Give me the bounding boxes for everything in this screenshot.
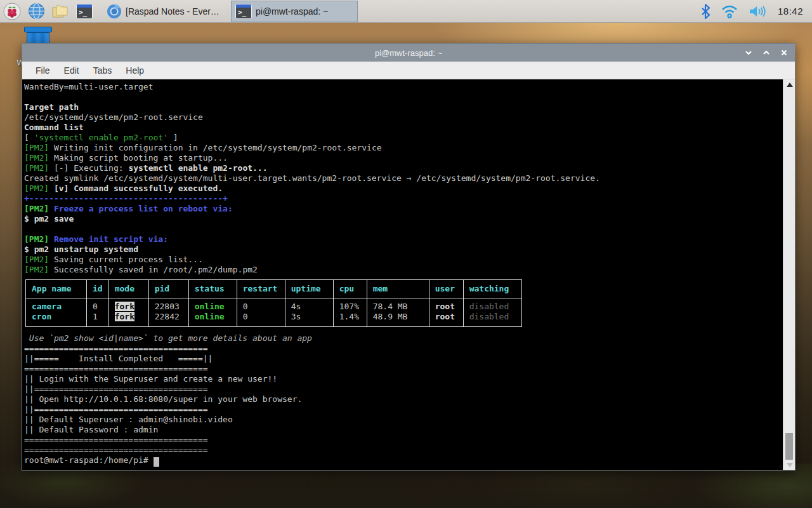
terminal-line: WantedBy=multi-user.target: [24, 82, 783, 92]
terminal-line: =====================================: [24, 435, 783, 445]
table-header: id: [87, 280, 109, 298]
chromium-icon: [107, 4, 122, 19]
terminal-line: || Open http://10.0.1.68:8080/super in y…: [24, 394, 783, 404]
table-header: status: [188, 280, 237, 298]
table-header: mode: [108, 280, 148, 298]
menu-file[interactable]: File: [30, 64, 56, 77]
terminal-line: [PM2] Successfully saved in /root/.pm2/d…: [24, 265, 783, 275]
desktop: Wastebasket pi@mwt-raspad: ~ File Edit T…: [0, 0, 812, 508]
terminal-line: [PM2] Saving current process list...: [24, 255, 783, 265]
scroll-down-button[interactable]: [783, 460, 796, 470]
table-cell: 22842: [148, 312, 188, 327]
terminal-line: || Login with the Superuser and create a…: [24, 374, 783, 384]
terminal-icon: [76, 4, 93, 19]
terminal-line: Use `pm2 show <id|name>` to get more det…: [24, 333, 783, 344]
pm2-process-table: App nameidmodepidstatusrestartuptimecpum…: [25, 279, 522, 327]
table-cell: 0: [237, 298, 285, 312]
maximize-button[interactable]: [762, 48, 771, 57]
table-cell: 4s: [285, 298, 333, 312]
terminal-line: [ 'systemctl enable pm2-root' ]: [24, 133, 783, 143]
close-button[interactable]: [780, 48, 789, 57]
table-cell: 1.4%: [333, 312, 367, 327]
menu-bar: File Edit Tabs Help: [22, 62, 795, 79]
table-cell: online: [188, 312, 237, 327]
terminal-line: =====================================: [24, 364, 783, 374]
window-title: pi@mwt-raspad: ~: [375, 48, 442, 58]
taskbar: [Raspad Notes - Ever… pi@mwt-raspad: ~ 1…: [0, 0, 812, 23]
scroll-up-button[interactable]: [783, 79, 796, 90]
raspberry-pi-icon: [3, 3, 21, 20]
table-cell: 22803: [148, 298, 188, 312]
table-header: watching: [463, 280, 521, 298]
table-header: user: [429, 280, 463, 298]
table-cell: 48.9 MB: [367, 312, 429, 327]
window-controls: [744, 44, 789, 62]
terminal-line: +---------------------------------------…: [24, 194, 783, 204]
menu-tabs[interactable]: Tabs: [88, 64, 118, 77]
window-titlebar[interactable]: pi@mwt-raspad: ~: [22, 44, 795, 62]
table-cell: disabled: [463, 298, 521, 312]
table-row: cron1fork22842online03s1.4%48.9 MBrootdi…: [26, 312, 522, 327]
terminal-content: WantedBy=multi-user.target Target path/e…: [22, 79, 795, 470]
globe-icon: [28, 3, 45, 20]
taskbar-window-terminal[interactable]: pi@mwt-raspad: ~: [231, 1, 358, 22]
terminal-line: root@mwt-raspad:/home/pi#: [24, 455, 783, 465]
bluetooth-icon[interactable]: [700, 4, 710, 19]
clock[interactable]: 18:42: [778, 6, 803, 17]
taskbar-window-label: pi@mwt-raspad: ~: [256, 6, 328, 17]
taskbar-window-label: [Raspad Notes - Ever…: [126, 6, 219, 17]
terminal-line: [PM2] [-] Executing: systemctl enable pm…: [24, 163, 783, 173]
terminal-icon: [235, 4, 252, 19]
table-cell: root: [429, 312, 463, 327]
table-cell: disabled: [463, 312, 521, 327]
terminal-line: Created symlink /etc/systemd/system/mult…: [24, 173, 783, 184]
terminal-launcher[interactable]: [72, 1, 96, 22]
table-header: App name: [26, 280, 87, 298]
trash-lid: [24, 27, 52, 32]
table-header: mem: [367, 280, 429, 298]
file-manager-launcher[interactable]: [48, 1, 72, 22]
menu-edit[interactable]: Edit: [58, 64, 85, 77]
terminal-line: $ pm2 save: [24, 214, 783, 224]
terminal-output-top: WantedBy=multi-user.target Target path/e…: [24, 82, 783, 275]
terminal-line: [PM2] [v] Command successfully executed.: [24, 184, 783, 194]
table-row: camera0fork22803online04s107%78.4 MBroot…: [26, 298, 522, 312]
terminal-output-bottom: Use `pm2 show <id|name>` to get more det…: [24, 333, 783, 465]
terminal-line: [PM2] Remove init script via:: [24, 234, 783, 244]
table-cell: 3s: [285, 312, 333, 327]
menu-help[interactable]: Help: [120, 64, 150, 77]
system-tray: 18:42: [700, 4, 812, 19]
terminal-line: ||===== Install Completed =====||: [24, 354, 783, 364]
table-header: cpu: [333, 280, 367, 298]
terminal-screen[interactable]: WantedBy=multi-user.target Target path/e…: [22, 79, 783, 470]
table-cell: 0: [237, 312, 285, 327]
scrollbar[interactable]: [783, 79, 795, 470]
table-cell: fork: [108, 312, 148, 327]
table-header: restart: [237, 280, 285, 298]
terminal-line: || Default Superuser : admin@shinobi.vid…: [24, 415, 783, 425]
table-cell: fork: [108, 298, 148, 312]
terminal-line: [PM2] Making script booting at startup..…: [24, 153, 783, 163]
table-header: uptime: [285, 280, 333, 298]
applications-menu-button[interactable]: [0, 1, 24, 22]
terminal-line: Target path: [24, 102, 783, 112]
table-cell: 78.4 MB: [367, 298, 429, 312]
terminal-line: [24, 92, 783, 102]
wifi-icon[interactable]: [721, 4, 738, 19]
web-browser-launcher[interactable]: [24, 1, 48, 22]
minimize-button[interactable]: [744, 48, 753, 57]
terminal-line: Command list: [24, 123, 783, 133]
terminal-line: ||===================================: [24, 404, 783, 415]
terminal-line: =====================================: [24, 344, 783, 354]
terminal-line: || Default Password : admin: [24, 425, 783, 435]
scrollbar-thumb[interactable]: [785, 433, 793, 460]
terminal-line: [PM2] Freeze a process list on reboot vi…: [24, 204, 783, 214]
terminal-line: [PM2] Writing init configuration in /etc…: [24, 143, 783, 153]
taskbar-window-chromium[interactable]: [Raspad Notes - Ever…: [103, 1, 230, 22]
table-cell: 107%: [333, 298, 367, 312]
table-cell: camera: [26, 298, 87, 312]
volume-icon[interactable]: [749, 4, 768, 19]
table-cell: cron: [26, 312, 87, 327]
table-cell: 1: [87, 312, 109, 327]
folder-icon: [51, 3, 70, 20]
